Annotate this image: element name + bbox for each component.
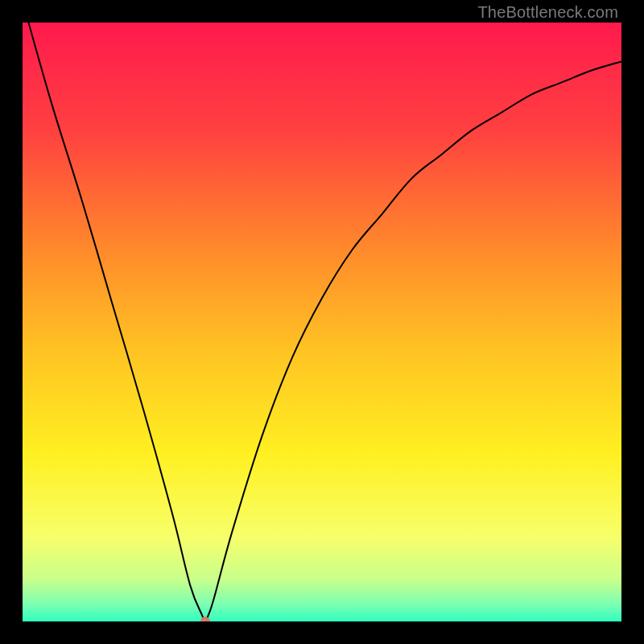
chart-frame <box>23 23 621 621</box>
watermark-text: TheBottleneck.com <box>477 3 618 22</box>
chart-background <box>23 23 621 621</box>
bottleneck-chart <box>23 23 621 621</box>
